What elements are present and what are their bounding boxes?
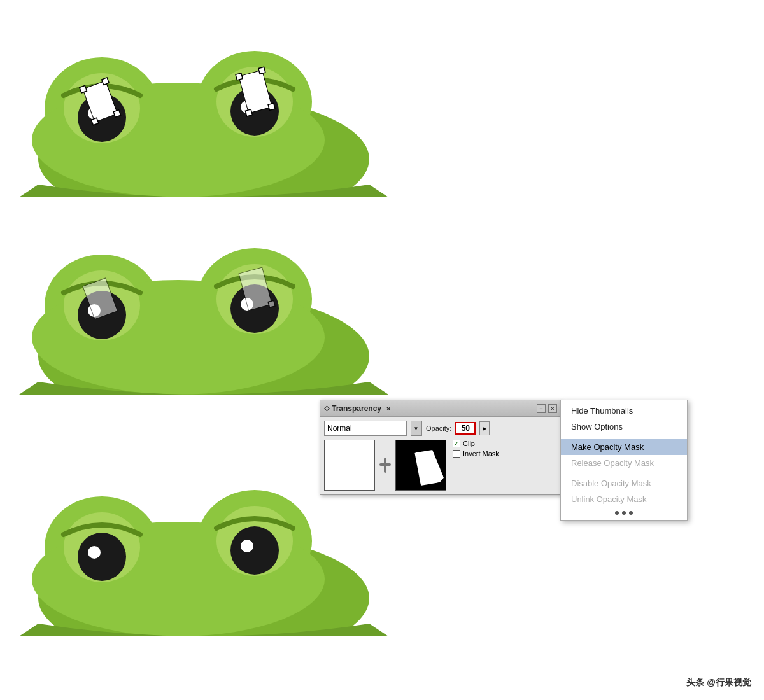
dot-1 <box>615 511 619 515</box>
opacity-increment-button[interactable]: ▶ <box>479 421 490 435</box>
panel-body: Normal ▼ Opacity: 50 ▶ <box>320 417 561 494</box>
transparency-panel: ◇ Transparency × − × Normal ▼ Opacity: 5… <box>320 400 562 495</box>
menu-item-hide-thumbnails[interactable]: Hide Thumbnails <box>561 403 687 419</box>
svg-rect-11 <box>80 86 87 94</box>
frog-illustration-top <box>19 13 388 197</box>
invert-mask-row[interactable]: Invert Mask <box>453 450 499 458</box>
mask-options: ✓ Clip Invert Mask <box>453 440 499 458</box>
svg-rect-12 <box>102 78 110 85</box>
svg-rect-18 <box>245 109 252 116</box>
panel-title-area: ◇ Transparency × <box>324 404 390 413</box>
minimize-button[interactable]: − <box>537 404 546 413</box>
svg-point-39 <box>78 533 126 581</box>
svg-point-42 <box>241 540 253 552</box>
panel-title: Transparency <box>332 404 381 413</box>
context-menu: Hide Thumbnails Show Options Make Opacit… <box>560 400 688 521</box>
svg-rect-16 <box>236 73 243 80</box>
mask-thumbnail <box>395 440 446 491</box>
panel-titlebar: ◇ Transparency × − × <box>320 400 561 417</box>
close-button[interactable]: × <box>548 404 557 413</box>
svg-rect-17 <box>258 67 265 74</box>
invert-mask-label: Invert Mask <box>463 450 499 458</box>
dot-3 <box>629 511 633 515</box>
menu-separator-2 <box>561 473 687 473</box>
clip-label: Clip <box>463 440 475 447</box>
blend-mode-dropdown-arrow[interactable]: ▼ <box>411 421 422 436</box>
svg-rect-32 <box>268 300 275 307</box>
menu-item-unlink-opacity-mask: Unlink Opacity Mask <box>561 491 687 507</box>
thumbnail-row: ✓ Clip Invert Mask <box>324 440 557 491</box>
invert-mask-checkbox[interactable] <box>453 450 460 458</box>
frog-illustration-middle <box>19 210 388 395</box>
mask-shape <box>411 447 445 487</box>
opacity-input[interactable]: 50 <box>455 422 476 435</box>
svg-point-41 <box>88 546 101 559</box>
menu-item-release-opacity-mask: Release Opacity Mask <box>561 455 687 471</box>
menu-more-dots <box>561 507 687 517</box>
panel-diamond-icon: ◇ <box>324 404 329 412</box>
clip-checkbox[interactable]: ✓ <box>453 440 460 447</box>
svg-rect-44 <box>379 463 391 466</box>
svg-rect-14 <box>113 110 121 118</box>
menu-item-disable-opacity-mask: Disable Opacity Mask <box>561 475 687 491</box>
layer-thumbnail <box>324 440 375 491</box>
panel-window-controls: − × <box>537 404 557 413</box>
watermark: 头条 @行果视觉 <box>686 677 751 689</box>
blend-mode-select[interactable]: Normal <box>324 421 407 436</box>
blend-opacity-row: Normal ▼ Opacity: 50 ▶ <box>324 421 557 436</box>
opacity-label: Opacity: <box>426 424 451 432</box>
svg-rect-13 <box>91 118 99 125</box>
svg-point-40 <box>230 526 279 575</box>
link-icon <box>379 440 392 491</box>
menu-item-make-opacity-mask[interactable]: Make Opacity Mask <box>561 439 687 455</box>
menu-item-show-options[interactable]: Show Options <box>561 419 687 435</box>
clip-row[interactable]: ✓ Clip <box>453 440 499 447</box>
menu-separator-1 <box>561 437 687 437</box>
dot-2 <box>622 511 626 515</box>
svg-rect-19 <box>268 103 275 110</box>
panel-close-icon[interactable]: × <box>386 405 390 412</box>
